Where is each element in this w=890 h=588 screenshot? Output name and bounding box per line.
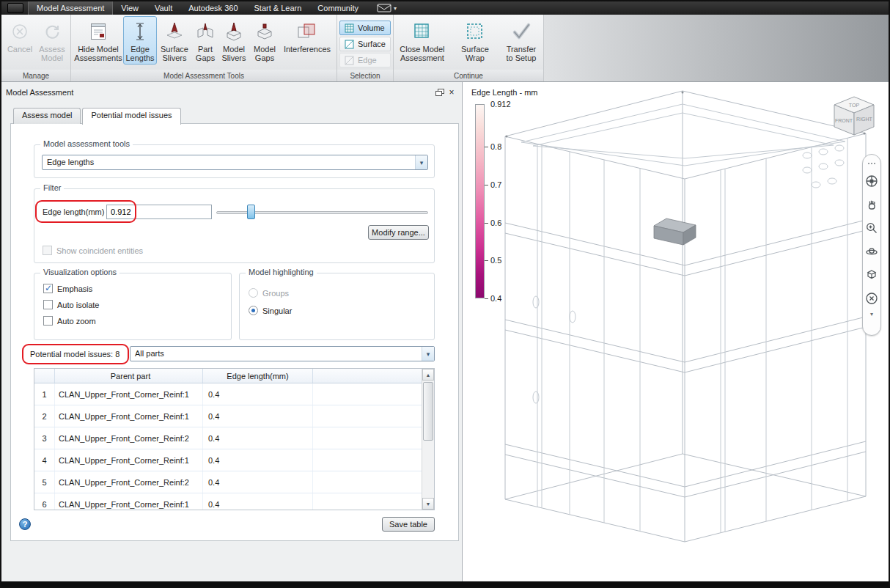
tab-content: Model assessment tools Edge lengths Filt… — [10, 123, 459, 541]
show-coincident-checkbox[interactable] — [43, 246, 52, 255]
app-window: Model Assessment View Vault Autodesk 360… — [0, 0, 890, 588]
surface-slivers-button[interactable]: Surface Slivers — [157, 16, 192, 65]
interferences-button[interactable]: Interferences — [280, 16, 334, 56]
edge-length-label: Edge length(mm) — [43, 207, 104, 216]
close-navbar-icon[interactable] — [864, 287, 880, 309]
selection-surface-button[interactable]: Surface — [339, 37, 391, 51]
help-icon[interactable]: ? — [19, 518, 31, 530]
edge-length-slider[interactable] — [247, 205, 255, 219]
save-table-button[interactable]: Save table — [382, 517, 435, 532]
pan-hand-icon[interactable] — [864, 194, 880, 216]
scrollbar-thumb[interactable] — [423, 382, 433, 441]
menu-start-learn[interactable]: Start & Learn — [246, 1, 310, 15]
navbar-grip[interactable] — [864, 158, 880, 169]
legend-tick-label: 0.6 — [490, 218, 501, 227]
model-slivers-icon — [224, 18, 243, 45]
singular-radio-row[interactable]: Singular — [249, 306, 292, 315]
auto-isolate-checkbox[interactable] — [43, 300, 53, 309]
edge-lengths-button[interactable]: Edge Lengths — [123, 16, 157, 65]
view-cube[interactable]: TOP FRONT RIGHT — [828, 92, 880, 144]
close-model-assessment-button[interactable]: Close Model Assessment — [396, 16, 449, 65]
tab-assess-model[interactable]: Assess model — [13, 108, 81, 124]
table-row[interactable]: 6 CLAN_Upper_Front_Corner_Reinf:1 0.4 — [34, 493, 434, 510]
table-scrollbar[interactable]: ▲ ▼ — [422, 369, 434, 510]
model-assessment-panel: Model Assessment × Assess model Potentia… — [1, 82, 463, 581]
groups-radio[interactable] — [249, 288, 258, 298]
model-slivers-button[interactable]: Model Slivers — [218, 16, 249, 65]
issues-parts-dropdown[interactable]: All parts — [130, 346, 435, 361]
hide-model-assessments-button[interactable]: Hide Model Assessments — [73, 16, 123, 65]
visualization-options-label: Visualization options — [40, 268, 119, 276]
table-row[interactable]: 3 CLAN_Upper_Front_Corner_Reinf:2 0.4 — [34, 427, 434, 449]
assessment-tool-dropdown[interactable]: Edge lengths — [42, 155, 428, 170]
ribbon-group-label-manage: Manage — [1, 70, 70, 81]
mail-icon — [377, 4, 391, 12]
part-gaps-icon — [196, 18, 215, 45]
scroll-down-icon[interactable]: ▼ — [422, 498, 434, 510]
close-panel-icon[interactable]: × — [446, 87, 457, 98]
ribbon-group-tools: Hide Model Assessments Edge Lengths Surf… — [71, 15, 337, 81]
header-parent-part: Parent part — [55, 369, 203, 383]
app-menu-icon[interactable] — [7, 3, 23, 13]
ribbon: Cancel Assess Model Manage Hide Model As… — [1, 15, 889, 82]
transfer-to-setup-button[interactable]: Transfer to Setup — [501, 16, 541, 65]
menu-model-assessment[interactable]: Model Assessment — [28, 1, 113, 15]
model-wireframe[interactable] — [463, 82, 886, 579]
auto-isolate-checkbox-row[interactable]: Auto isolate — [43, 300, 99, 309]
close-assessment-icon — [412, 18, 433, 45]
assessment-tool-dropdown-value: Edge lengths — [43, 155, 415, 169]
panel-header: Model Assessment × — [1, 85, 462, 100]
viewcube-front-label[interactable]: FRONT — [835, 118, 853, 123]
table-row[interactable]: 4 CLAN_Upper_Front_Corner_Reinf:1 0.4 — [34, 449, 434, 471]
float-panel-icon[interactable] — [434, 87, 446, 98]
table-row[interactable]: 1 CLAN_Upper_Front_Corner_Reinf:1 0.4 — [34, 383, 434, 405]
assess-model-icon — [43, 18, 62, 45]
table-row[interactable]: 2 CLAN_Upper_Front_Corner_Reinf:1 0.4 — [34, 405, 434, 427]
model-gaps-icon — [255, 18, 274, 45]
groups-radio-row[interactable]: Groups — [249, 288, 292, 298]
navigation-bar[interactable]: ▾ — [862, 154, 881, 336]
emphasis-checkbox-row[interactable]: Emphasis — [43, 284, 99, 293]
viewcube-right-label[interactable]: RIGHT — [856, 117, 873, 122]
emphasis-checkbox[interactable] — [43, 284, 53, 293]
cancel-button[interactable]: Cancel — [4, 16, 36, 56]
assess-model-button[interactable]: Assess Model — [36, 16, 68, 65]
show-coincident-checkbox-row[interactable]: Show coincident entities — [43, 246, 143, 255]
zoom-icon[interactable] — [864, 217, 880, 239]
menu-view[interactable]: View — [113, 1, 147, 15]
selection-volume-button[interactable]: Volume — [339, 21, 391, 35]
surface-wrap-button[interactable]: Surface Wrap — [449, 16, 501, 65]
chevron-down-icon: ▾ — [394, 5, 397, 12]
selection-edge-button[interactable]: Edge — [339, 53, 391, 67]
legend-tick-label: 0.4 — [490, 294, 501, 303]
viewcube-top-label[interactable]: TOP — [849, 103, 860, 108]
scroll-up-icon[interactable]: ▲ — [422, 369, 434, 381]
menu-community[interactable]: Community — [309, 1, 367, 15]
auto-zoom-label: Auto zoom — [57, 317, 96, 326]
viewport-3d[interactable]: Edge Length - mm 0.912 0.8 0.7 0.6 0.5 0… — [463, 82, 889, 581]
look-at-box-icon[interactable] — [864, 264, 880, 286]
menu-autodesk-360[interactable]: Autodesk 360 — [180, 1, 246, 15]
table-row[interactable]: 5 CLAN_Upper_Front_Corner_Reinf:2 0.4 — [34, 471, 434, 493]
auto-zoom-checkbox-row[interactable]: Auto zoom — [43, 316, 99, 326]
main-area: Model Assessment × Assess model Potentia… — [1, 82, 889, 581]
assessment-tools-group-label: Model assessment tools — [40, 139, 133, 148]
tab-potential-model-issues[interactable]: Potential model issues — [82, 108, 180, 125]
modify-range-button[interactable]: Modify range... — [368, 225, 429, 240]
steering-wheel-icon[interactable] — [864, 170, 880, 192]
transfer-setup-icon — [510, 18, 532, 45]
menu-vault[interactable]: Vault — [147, 1, 180, 15]
model-gaps-button[interactable]: Model Gaps — [249, 16, 280, 65]
part-gaps-button[interactable]: Part Gaps — [192, 16, 218, 65]
window-bottom-edge — [1, 581, 889, 587]
model-highlighting-group: Model highlighting Groups Singular — [239, 273, 435, 340]
edge-length-input[interactable] — [106, 205, 212, 219]
messages-dropdown[interactable]: ▾ — [377, 4, 397, 12]
singular-radio[interactable] — [249, 306, 258, 315]
edge-icon — [345, 56, 354, 65]
auto-zoom-checkbox[interactable] — [43, 316, 53, 326]
hide-assessments-icon — [89, 18, 108, 45]
orbit-icon[interactable] — [864, 240, 880, 262]
navbar-chevron-icon[interactable]: ▾ — [870, 311, 873, 317]
legend-tick-label: 0.5 — [490, 256, 501, 265]
